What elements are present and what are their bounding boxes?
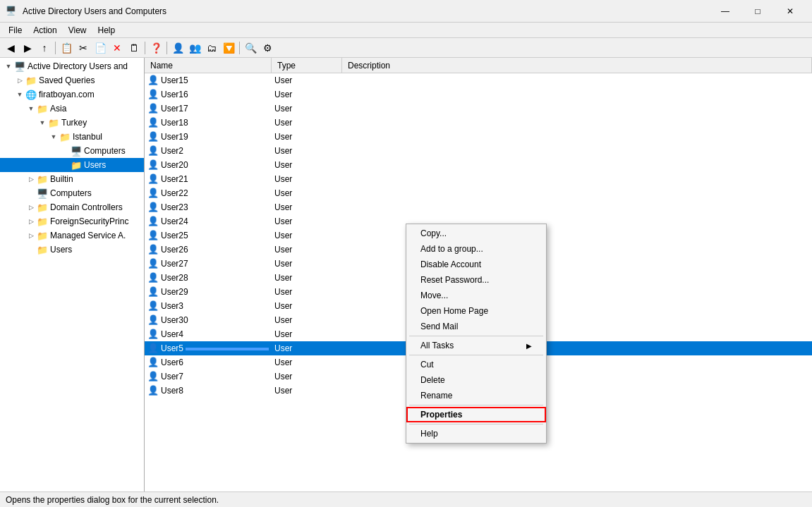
list-row[interactable]: 👤User22User (145, 186, 812, 200)
context-menu-item-rename[interactable]: Rename (406, 388, 546, 403)
user-icon: 👤 (147, 244, 159, 255)
context-menu-item-label: Delete (420, 375, 445, 385)
forward-button[interactable]: ▶ (20, 40, 35, 56)
window-controls: — □ ✕ (709, 0, 806, 23)
tree-item-foreign-security[interactable]: ▷ 📁 ForeignSecurityPrinc (0, 214, 144, 228)
user-icon: 👤 (147, 357, 159, 367)
context-menu-item-disable-account[interactable]: Disable Account (406, 257, 546, 272)
tree-label-computers2: Computers (50, 188, 92, 198)
context-menu-item-label: Open Home Page (420, 306, 488, 316)
user-icon: 👤 (147, 272, 159, 283)
expand-icon-dc: ▷ (25, 204, 37, 211)
root-icon: 🖥️ (14, 61, 25, 72)
row-name-cell: 👤User15 (145, 75, 272, 85)
tree-item-asia[interactable]: ▼ 📁 Asia (0, 102, 144, 116)
expand-icon: ▼ (3, 63, 14, 70)
header-description[interactable]: Description (342, 58, 812, 73)
list-row[interactable]: 👤User19User (145, 130, 812, 144)
tree-item-users2[interactable]: 📁 Users (0, 243, 144, 257)
maximize-button[interactable]: □ (741, 0, 774, 23)
row-name-cell: 👤User19 (145, 131, 272, 142)
show-console-tree-button[interactable]: 📋 (59, 40, 74, 56)
filter-button[interactable]: 🔽 (221, 40, 236, 56)
tree-item-turkey[interactable]: ▼ 📁 Turkey (0, 116, 144, 130)
new-group-button[interactable]: 👥 (187, 40, 202, 56)
menu-view[interactable]: View (63, 24, 92, 37)
istanbul-icon: 📁 (59, 132, 71, 142)
list-row[interactable]: 👤User18User (145, 116, 812, 130)
user-name: User28 (161, 273, 188, 283)
close-button[interactable]: ✕ (774, 0, 806, 23)
row-name-cell: 👤User17 (145, 103, 272, 114)
help-button[interactable]: ❓ (148, 40, 164, 56)
copy-button[interactable]: 📄 (92, 40, 108, 56)
context-menu-item-send-mail[interactable]: Send Mail (406, 319, 546, 334)
find-button[interactable]: 🔍 (243, 40, 258, 56)
header-name[interactable]: Name (145, 58, 272, 73)
tree-label-users: Users (84, 160, 106, 170)
user-name: User25 (161, 231, 188, 240)
tree-item-managed-service[interactable]: ▷ 📁 Managed Service A. (0, 228, 144, 243)
row-name-cell: 👤User26 (145, 244, 272, 255)
saved-queries-icon: 📁 (25, 75, 37, 86)
tree-item-domain-controllers[interactable]: ▷ 📁 Domain Controllers (0, 200, 144, 214)
user-name: User3 (161, 301, 183, 311)
tree-panel[interactable]: ▼ 🖥️ Active Directory Users and ▷ 📁 Save… (0, 58, 145, 491)
options-button[interactable]: ⚙ (260, 40, 275, 56)
back-button[interactable]: ◀ (3, 40, 18, 56)
tree-label-builtin: Builtin (50, 174, 73, 184)
row-type-cell: User (272, 216, 342, 226)
header-type[interactable]: Type (272, 58, 342, 73)
context-menu-item-move---[interactable]: Move... (406, 288, 546, 303)
context-menu-item-label: Add to a group... (420, 244, 483, 254)
user-icon: 👤 (147, 343, 159, 353)
context-menu-item-reset-password---[interactable]: Reset Password... (406, 272, 546, 288)
list-row[interactable]: 👤User16User (145, 87, 812, 102)
menu-help[interactable]: Help (92, 24, 121, 37)
user-icon: 👤 (147, 258, 159, 269)
delete-button[interactable]: ✕ (109, 40, 125, 56)
list-row[interactable]: 👤User20User (145, 158, 812, 172)
tree-item-computers[interactable]: 🖥️ Computers (0, 144, 144, 158)
list-row[interactable]: 👤User17User (145, 102, 812, 116)
menu-file[interactable]: File (3, 24, 28, 37)
tree-item-firatboyan[interactable]: ▼ 🌐 firatboyan.com (0, 87, 144, 102)
row-name-cell: 👤User22 (145, 188, 272, 198)
context-menu-item-properties[interactable]: Properties (406, 407, 546, 422)
menu-action[interactable]: Action (28, 24, 62, 37)
minimize-button[interactable]: — (709, 0, 741, 23)
context-menu-item-add-to-a-group---[interactable]: Add to a group... (406, 241, 546, 257)
row-type-cell: User (272, 315, 342, 325)
context-menu-item-delete[interactable]: Delete (406, 372, 546, 388)
list-row[interactable]: 👤User2User (145, 144, 812, 158)
context-menu-item-all-tasks[interactable]: All Tasks▶ (406, 338, 546, 353)
cut-button[interactable]: ✂ (75, 40, 91, 56)
new-ou-button[interactable]: 🗂 (204, 40, 219, 56)
tree-item-users[interactable]: 📁 Users (0, 158, 144, 172)
context-menu-item-open-home-page[interactable]: Open Home Page (406, 303, 546, 319)
up-button[interactable]: ↑ (37, 40, 52, 56)
new-user-button[interactable]: 👤 (170, 40, 186, 56)
tree-item-root[interactable]: ▼ 🖥️ Active Directory Users and (0, 59, 144, 73)
tree-item-computers2[interactable]: 🖥️ Computers (0, 186, 144, 200)
expand-icon-msa: ▷ (25, 232, 37, 239)
list-header: Name Type Description (145, 58, 812, 73)
content-panel: Name Type Description 👤User15User👤User16… (145, 58, 812, 491)
expand-icon-asia: ▼ (25, 105, 37, 112)
list-row[interactable]: 👤User15User (145, 73, 812, 87)
firatboyan-icon: 🌐 (25, 90, 37, 100)
user-icon: 👤 (147, 230, 159, 240)
context-menu-item-cut[interactable]: Cut (406, 357, 546, 372)
tree-item-istanbul[interactable]: ▼ 📁 Istanbul (0, 130, 144, 144)
app-icon: 🖥️ (6, 6, 17, 17)
properties-button[interactable]: 🗒 (126, 40, 142, 56)
context-menu-item-copy---[interactable]: Copy... (406, 226, 546, 241)
tree-item-builtin[interactable]: ▷ 📁 Builtin (0, 172, 144, 186)
list-row[interactable]: 👤User21User (145, 172, 812, 186)
row-type-cell: User (272, 75, 342, 85)
list-row[interactable]: 👤User23User (145, 200, 812, 214)
tree-item-saved-queries[interactable]: ▷ 📁 Saved Queries (0, 73, 144, 87)
context-menu-item-help[interactable]: Help (406, 426, 546, 441)
expand-icon-saved: ▷ (14, 77, 25, 84)
tree-label-firatboyan: firatboyan.com (39, 90, 95, 99)
